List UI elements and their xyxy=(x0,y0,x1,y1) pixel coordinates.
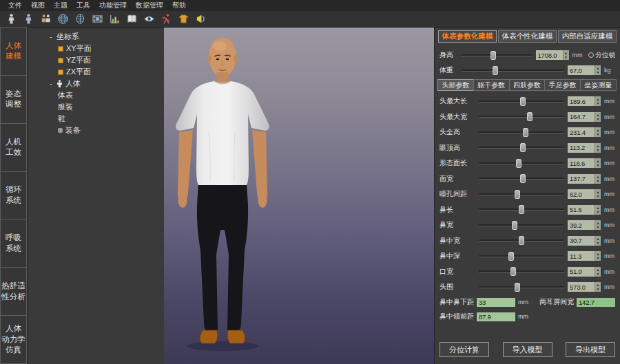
spinner[interactable]: ▲▼ xyxy=(595,267,601,277)
spin-down-icon[interactable]: ▼ xyxy=(597,148,600,152)
param-value[interactable]: 113.2▲▼ xyxy=(568,143,601,153)
sidebar-item[interactable]: 人体 建模 xyxy=(0,27,27,76)
tree-item[interactable]: -坐标系 xyxy=(28,31,164,43)
slider-thumb[interactable] xyxy=(519,236,524,245)
spin-down-icon[interactable]: ▼ xyxy=(597,272,600,276)
action-button[interactable]: 分位计算 xyxy=(440,342,489,357)
slider-thumb[interactable] xyxy=(510,267,516,276)
slider-thumb[interactable] xyxy=(493,66,498,75)
menu-item[interactable]: 功能管理 xyxy=(95,0,131,11)
category-tab[interactable]: 躯干参数 xyxy=(473,79,510,91)
slider-thumb[interactable] xyxy=(520,97,526,106)
slider-thumb[interactable] xyxy=(508,252,514,261)
spinner[interactable]: ▲▼ xyxy=(595,189,601,199)
spinner[interactable]: ▲▼ xyxy=(563,50,569,60)
sidebar-item[interactable]: 循环 系统 xyxy=(0,171,27,220)
param-slider[interactable] xyxy=(479,159,564,168)
collapse-icon[interactable]: - xyxy=(48,33,54,41)
sidebar-item[interactable]: 呼吸 系统 xyxy=(0,219,27,268)
height-value[interactable]: 1708.0 ▲▼ xyxy=(536,50,569,60)
weight-slider[interactable] xyxy=(461,66,564,75)
spinner[interactable]: ▲▼ xyxy=(595,96,601,106)
slider-thumb[interactable] xyxy=(519,205,524,214)
spin-down-icon[interactable]: ▼ xyxy=(597,163,600,167)
param-value[interactable]: 142.7 xyxy=(577,298,615,307)
param-value[interactable]: 164.7▲▼ xyxy=(568,112,601,122)
spinner[interactable]: ▲▼ xyxy=(595,65,601,75)
spinner[interactable]: ▲▼ xyxy=(595,220,601,230)
modeling-tab[interactable]: 内部自适应建模 xyxy=(558,30,617,43)
tree-item[interactable]: XY平面 xyxy=(28,43,164,54)
param-value[interactable]: 189.6▲▼ xyxy=(568,96,601,106)
modeling-tab[interactable]: 体表参数化建模 xyxy=(438,30,497,43)
toolbar-button[interactable] xyxy=(107,12,123,26)
toolbar-button[interactable] xyxy=(38,12,54,26)
spin-down-icon[interactable]: ▼ xyxy=(597,287,600,291)
spinner[interactable]: ▲▼ xyxy=(595,143,601,153)
param-slider[interactable] xyxy=(479,267,564,276)
spin-down-icon[interactable]: ▼ xyxy=(597,210,600,214)
param-slider[interactable] xyxy=(479,190,564,199)
slider-thumb[interactable] xyxy=(520,174,526,183)
sidebar-item[interactable]: 热舒适 性分析 xyxy=(0,267,27,316)
toolbar-button[interactable] xyxy=(141,12,157,26)
spin-down-icon[interactable]: ▼ xyxy=(597,194,600,198)
toolbar-button[interactable] xyxy=(90,12,105,26)
slider-thumb[interactable] xyxy=(520,143,526,152)
menu-item[interactable]: 数据管理 xyxy=(132,0,167,11)
spin-down-icon[interactable]: ▼ xyxy=(597,225,600,229)
menu-item[interactable]: 视图 xyxy=(27,0,49,11)
param-slider[interactable] xyxy=(479,236,564,245)
param-slider[interactable] xyxy=(479,128,564,137)
tree-item[interactable]: -人体 xyxy=(28,78,164,89)
menu-item[interactable]: 帮助 xyxy=(168,0,190,11)
spin-down-icon[interactable]: ▼ xyxy=(597,117,600,121)
menu-item[interactable]: 工具 xyxy=(72,0,94,11)
toolbar-button[interactable] xyxy=(124,12,140,26)
category-tab[interactable]: 坐姿测量 xyxy=(580,79,617,91)
sidebar-item[interactable]: 人机 工效 xyxy=(0,123,27,172)
param-value[interactable]: 51.0▲▼ xyxy=(568,267,601,277)
toolbar-button[interactable] xyxy=(193,12,209,26)
percentile-lock-radio[interactable]: 分位锁 xyxy=(588,51,616,60)
param-slider[interactable] xyxy=(479,143,564,152)
param-value[interactable]: 33 xyxy=(477,298,515,307)
slider-thumb[interactable] xyxy=(512,221,517,230)
param-value[interactable]: 573.0▲▼ xyxy=(568,282,601,292)
param-slider[interactable] xyxy=(479,174,564,183)
spin-down-icon[interactable]: ▼ xyxy=(597,256,600,260)
viewport-3d[interactable] xyxy=(164,28,434,364)
action-button[interactable]: 导出模型 xyxy=(566,342,615,357)
param-value[interactable]: 137.7▲▼ xyxy=(568,174,601,184)
param-value[interactable]: 87.9 xyxy=(477,312,515,321)
param-value[interactable]: 39.2▲▼ xyxy=(568,220,601,230)
category-tab[interactable]: 四肢参数 xyxy=(509,79,546,91)
spinner[interactable]: ▲▼ xyxy=(595,158,601,168)
param-value[interactable]: 30.7▲▼ xyxy=(568,236,601,246)
toolbar-button[interactable] xyxy=(21,12,37,26)
category-tab[interactable]: 手足参数 xyxy=(544,79,581,91)
spinner[interactable]: ▲▼ xyxy=(595,236,601,246)
height-slider[interactable] xyxy=(461,51,533,60)
slider-thumb[interactable] xyxy=(515,190,520,199)
sidebar-item[interactable]: 姿态 调整 xyxy=(0,75,27,124)
param-value[interactable]: 118.6▲▼ xyxy=(568,158,601,168)
slider-thumb[interactable] xyxy=(516,159,521,168)
tree-item[interactable]: 装备 xyxy=(28,125,164,136)
spin-down-icon[interactable]: ▼ xyxy=(564,55,568,59)
modeling-tab[interactable]: 体表个性化建模 xyxy=(498,30,557,43)
spinner[interactable]: ▲▼ xyxy=(595,127,601,137)
spin-down-icon[interactable]: ▼ xyxy=(597,241,600,245)
menu-item[interactable]: 主题 xyxy=(50,0,72,11)
toolbar-button[interactable] xyxy=(3,12,19,26)
tree-item[interactable]: 服装 xyxy=(28,101,164,113)
sidebar-item[interactable]: 人体 动力学 仿真 xyxy=(0,315,27,364)
weight-value[interactable]: 67.0 ▲▼ xyxy=(568,65,601,75)
action-button[interactable]: 导入模型 xyxy=(503,342,552,357)
param-value[interactable]: 62.0▲▼ xyxy=(568,189,601,199)
tree-item[interactable]: 鞋 xyxy=(28,113,164,125)
spin-down-icon[interactable]: ▼ xyxy=(597,132,600,136)
param-value[interactable]: 231.4▲▼ xyxy=(568,127,601,137)
param-slider[interactable] xyxy=(479,205,564,214)
spinner[interactable]: ▲▼ xyxy=(595,205,601,215)
